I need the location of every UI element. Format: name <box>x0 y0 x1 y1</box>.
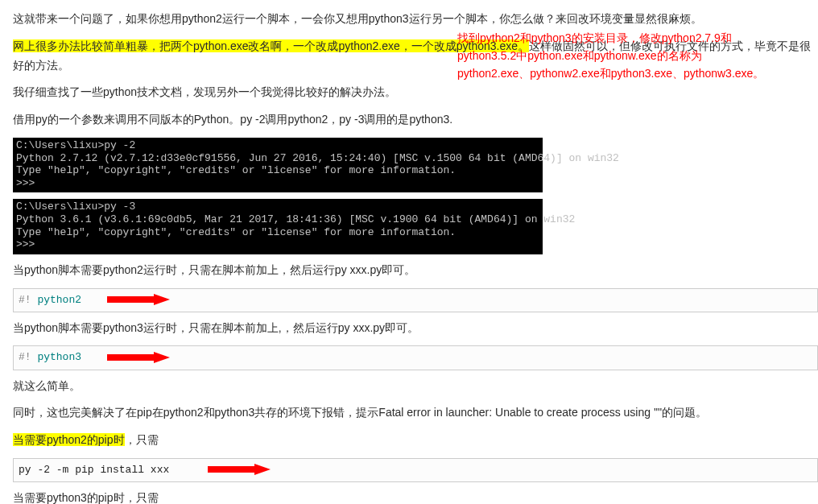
annotation-line-3: python2.exe、pythonw2.exe和python3.exe、pyt… <box>457 64 764 82</box>
arrow-icon <box>107 352 170 363</box>
annotation-line-1: 找到python2和python3的安装目录，修改python2.7.9和 <box>457 29 732 47</box>
arrow-icon <box>107 294 170 305</box>
term-line: Python 2.7.12 (v2.7.12:d33e0cf91556, Jun… <box>16 152 619 164</box>
paragraph-run-py3: 当python脚本需要python3运行时，只需在脚本前加上,，然后运行py x… <box>13 319 818 338</box>
svg-marker-1 <box>107 352 170 363</box>
code-pip2: py -2 -m pip install xxx <box>13 458 818 482</box>
shebang-python3-text: python3 <box>31 351 81 363</box>
term-line: Type "help", "copyright", "credits" or "… <box>16 226 456 238</box>
paragraph-py-launcher: 借用py的一个参数来调用不同版本的Python。py -2调用python2，p… <box>13 110 818 130</box>
term-line: C:\Users\lixu>py -3 <box>16 200 135 213</box>
term-line: Python 3.6.1 (v3.6.1:69c0db5, Mar 21 201… <box>16 213 575 225</box>
shebang-marker: #! <box>19 351 31 363</box>
paragraph-better-way: 我仔细查找了一些python技术文档，发现另外一个我觉得比较好的解决办法。 <box>13 83 818 102</box>
paragraph-run-py2: 当python脚本需要python2运行时，只需在脚本前加上，然后运行py xx… <box>13 261 818 280</box>
term-prompt: >>> <box>16 238 35 250</box>
terminal-py3: C:\Users\lixu>py -3 Python 3.6.1 (v3.6.1… <box>13 199 543 254</box>
code-pip2-text: py -2 -m pip install xxx <box>19 464 169 476</box>
paragraph-pip3-need: 当需要python3的pip时，只需 <box>13 489 818 504</box>
paragraph-simple: 就这么简单。 <box>13 377 818 396</box>
article-body: 这就带来一个问题了，如果你想用python2运行一个脚本，一会你又想用pytho… <box>13 10 818 504</box>
highlight-rename-method: 网上很多办法比较简单粗暴，把两个python.exe改名啊，一个改成python… <box>13 39 529 52</box>
annotation-line-2: python3.5.2中python.exe和pythonw.exe的名称为 <box>457 47 702 64</box>
arrow-icon <box>208 464 271 475</box>
paragraph-pip-fix: 同时，这也完美解决了在pip在python2和python3共存的环境下报错，提… <box>13 403 818 423</box>
paragraph-pip2-need: 当需要python2的pip时，只需 <box>13 431 818 450</box>
shebang-python2-text: python2 <box>31 294 81 306</box>
svg-marker-0 <box>107 294 170 305</box>
code-shebang-python2: #! python2 <box>13 288 818 312</box>
text-only-need: ，只需 <box>125 433 159 446</box>
shebang-marker: #! <box>19 294 31 306</box>
term-line: Type "help", "copyright", "credits" or "… <box>16 164 456 176</box>
term-line: C:\Users\lixu>py -2 <box>16 139 135 151</box>
terminal-py2: C:\Users\lixu>py -2 Python 2.7.12 (v2.7.… <box>13 138 543 192</box>
code-shebang-python3: #! python3 <box>13 345 818 370</box>
highlight-pip2: 当需要python2的pip时 <box>13 433 125 446</box>
paragraph-problem: 这就带来一个问题了，如果你想用python2运行一个脚本，一会你又想用pytho… <box>13 10 818 29</box>
term-prompt: >>> <box>16 177 35 189</box>
svg-marker-2 <box>208 464 271 475</box>
